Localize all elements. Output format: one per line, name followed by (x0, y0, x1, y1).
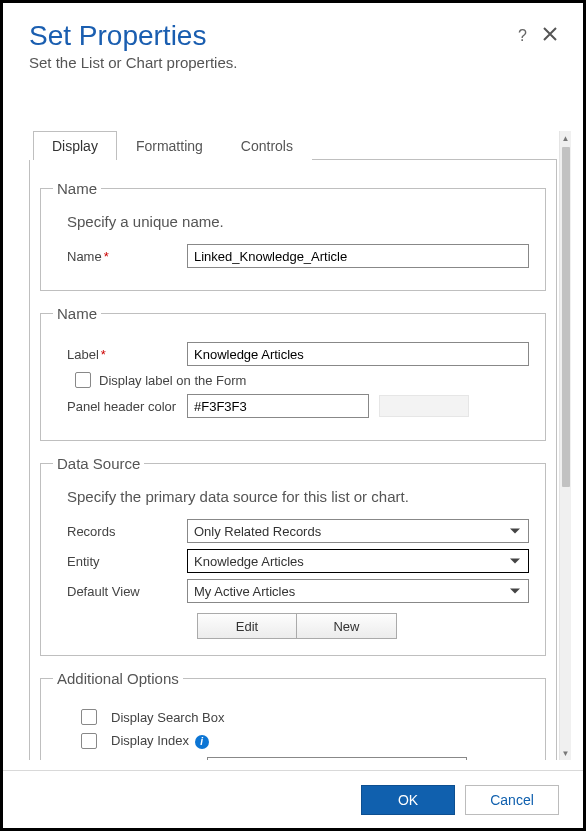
ok-button[interactable]: OK (361, 785, 455, 815)
group-name-unique: Name Specify a unique name. Name* (40, 180, 546, 291)
scroll-thumb[interactable] (562, 147, 570, 487)
display-index-checkbox[interactable] (81, 733, 97, 749)
display-label-text: Display label on the Form (99, 373, 246, 388)
display-search-label: Display Search Box (111, 710, 224, 725)
datasource-hint: Specify the primary data source for this… (67, 488, 529, 505)
tab-controls[interactable]: Controls (222, 131, 312, 160)
group-name-label: Name Label* Display label on the Form Pa… (40, 305, 546, 441)
scrollbar[interactable]: ▲ ▼ (559, 131, 571, 760)
group-data-source: Data Source Specify the primary data sou… (40, 455, 546, 656)
view-selector-select[interactable]: Off (207, 757, 467, 760)
tab-display[interactable]: Display (33, 131, 117, 160)
help-icon[interactable]: ? (518, 27, 527, 45)
group-legend: Additional Options (53, 670, 183, 687)
scroll-down-icon[interactable]: ▼ (560, 746, 571, 760)
entity-label: Entity (57, 554, 187, 569)
group-legend: Name (53, 180, 101, 197)
panel-color-input[interactable] (187, 394, 369, 418)
display-label-checkbox[interactable] (75, 372, 91, 388)
name-input[interactable] (187, 244, 529, 268)
tab-formatting[interactable]: Formatting (117, 131, 222, 160)
name-label: Name* (57, 249, 187, 264)
label-label: Label* (57, 347, 187, 362)
group-legend: Data Source (53, 455, 144, 472)
name-hint: Specify a unique name. (67, 213, 529, 230)
default-view-label: Default View (57, 584, 187, 599)
default-view-select[interactable]: My Active Articles (187, 579, 529, 603)
new-button[interactable]: New (297, 613, 397, 639)
info-icon[interactable]: i (195, 735, 209, 749)
records-label: Records (57, 524, 187, 539)
group-additional-options: Additional Options Display Search Box Di… (40, 670, 546, 760)
label-input[interactable] (187, 342, 529, 366)
panel-color-swatch (379, 395, 469, 417)
display-search-checkbox[interactable] (81, 709, 97, 725)
edit-button[interactable]: Edit (197, 613, 297, 639)
scroll-up-icon[interactable]: ▲ (560, 131, 571, 145)
entity-select[interactable]: Knowledge Articles (187, 549, 529, 573)
records-select[interactable]: Only Related Records (187, 519, 529, 543)
cancel-button[interactable]: Cancel (465, 785, 559, 815)
close-icon[interactable] (543, 27, 557, 45)
dialog-subtitle: Set the List or Chart properties. (29, 54, 518, 71)
display-index-label: Display Index i (111, 733, 209, 749)
group-legend: Name (53, 305, 101, 322)
panel-color-label: Panel header color (57, 399, 187, 414)
dialog-title: Set Properties (29, 21, 518, 52)
